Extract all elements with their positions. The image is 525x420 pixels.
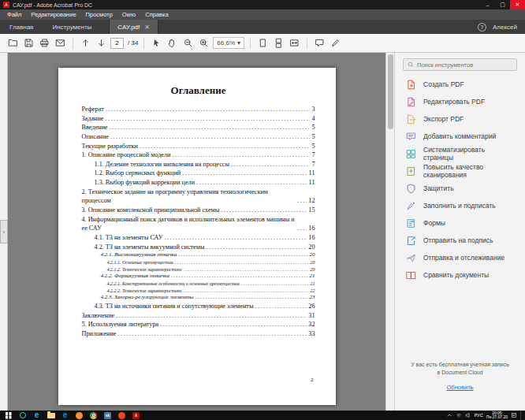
tool-protect[interactable]: Защитить [395, 180, 525, 197]
toc-page: 20 [308, 243, 315, 252]
leader: ........................................… [172, 151, 310, 160]
toc-page: 11 [309, 169, 315, 178]
taskbar-start-button[interactable] [2, 411, 15, 420]
language-indicator[interactable]: РУС [475, 413, 483, 418]
toc-entry: Введение................................… [82, 123, 315, 132]
taskbar-file-explorer-icon[interactable] [44, 411, 58, 420]
taskbar-acrobat-icon[interactable]: A [129, 411, 143, 420]
page-title: Оглавление [82, 84, 315, 97]
toc-entry: Реферат.................................… [82, 105, 315, 114]
create-pdf-icon [406, 80, 416, 90]
comment-icon[interactable] [313, 36, 326, 50]
tool-fill-sign[interactable]: Заполнить и подписать [395, 197, 525, 214]
next-page-icon[interactable] [95, 36, 108, 50]
maximize-icon[interactable]: ▢ [495, 0, 510, 9]
tool-create-pdf[interactable]: Создать PDF [395, 76, 525, 93]
toc-page: 32 [308, 320, 315, 329]
chrome-glyph [90, 412, 97, 419]
toc-entry: 1.2. Выбор сервисных функций............… [82, 169, 315, 178]
toc-entry: 4.1. ТЗ на элементы САУ.................… [82, 233, 315, 243]
tool-enhance[interactable]: Повысить качество сканирования [395, 162, 525, 180]
help-icon[interactable]: ? [478, 23, 486, 32]
tool-compare[interactable]: Сравнить документы [395, 266, 525, 284]
acrobat-window: A САУ.pdf - Adobe Acrobat Pro DC – ▢ ✕ Ф… [0, 0, 525, 420]
tool-forms[interactable]: Формы [395, 214, 525, 232]
toc-page: 15 [308, 206, 315, 215]
taskbar-yandex-icon[interactable] [115, 411, 128, 420]
save-icon[interactable] [22, 36, 35, 50]
document-cloud-text: У вас есть бесплатная учетная запись в D… [411, 361, 509, 377]
toc-entry: 1. Описание процессной модели...........… [82, 151, 315, 160]
previous-page-icon[interactable] [79, 36, 92, 50]
print-icon[interactable] [38, 36, 51, 50]
tools-search-input[interactable] [417, 61, 512, 69]
close-icon[interactable]: ✕ [510, 0, 525, 9]
toc-text: Описание [82, 132, 109, 142]
zoom-level-value: 66,6% [217, 39, 235, 46]
tools-search-box[interactable] [403, 58, 517, 71]
email-icon[interactable] [54, 36, 67, 50]
pencil-icon[interactable] [329, 36, 342, 50]
taskbar-vk-icon[interactable]: vk [101, 411, 114, 420]
taskbar-cortana-icon[interactable] [16, 411, 29, 420]
clock[interactable]: 20:05 Пн 27.07.20 [486, 411, 508, 420]
toc-page: 3 [311, 105, 315, 114]
taskbar-internet-explorer-icon[interactable]: e [58, 411, 72, 420]
show-desktop-button[interactable] [520, 411, 523, 420]
leader: ........................................… [160, 320, 307, 329]
taskbar-firefox-icon[interactable] [73, 411, 86, 420]
select-tool-icon[interactable] [150, 36, 163, 50]
menu-item[interactable]: Справка [140, 11, 173, 18]
toc-page: 4 [311, 114, 315, 124]
tool-edit-pdf[interactable]: Редактировать PDF [395, 93, 525, 110]
toc-page: 26 [308, 302, 315, 311]
minimize-icon[interactable]: – [480, 0, 495, 9]
open-file-icon[interactable] [6, 36, 20, 50]
menu-item[interactable]: Окно [117, 11, 140, 18]
page-number-input[interactable] [110, 38, 124, 49]
tab-tools[interactable]: Инструменты [43, 20, 101, 34]
toc-text: Заключение [82, 311, 115, 321]
tab-home[interactable]: Главная [0, 20, 43, 34]
internet-explorer-glyph: e [63, 411, 68, 419]
tab-close-icon[interactable]: ✕ [144, 24, 150, 31]
taskbar-chrome-icon[interactable] [87, 411, 100, 420]
toc-entry: 4.2.2. Форвакуумная откачка.............… [82, 273, 315, 281]
zoom-level-dropdown[interactable]: 66,6% ▾ [213, 37, 244, 49]
volume-icon[interactable] [465, 412, 471, 418]
menu-item[interactable]: Просмотр [81, 11, 117, 18]
yandex-glyph [118, 412, 125, 419]
vertical-scrollbar[interactable] [385, 53, 394, 411]
single-page-view-icon[interactable] [256, 36, 270, 50]
titlebar: A САУ.pdf - Adobe Acrobat Pro DC – ▢ ✕ [0, 0, 525, 9]
leader: ........................................… [241, 281, 309, 288]
continuous-scroll-icon[interactable] [272, 36, 285, 50]
tool-comment[interactable]: Добавить комментарий [395, 128, 525, 145]
wifi-icon[interactable] [456, 412, 462, 418]
toc-page: 21 [310, 273, 315, 281]
tool-export-pdf[interactable]: Экспорт PDF [395, 110, 525, 128]
toc-entry: Задание.................................… [82, 114, 315, 124]
leader: ........................................… [182, 169, 307, 178]
user-name[interactable]: Алексей [493, 24, 517, 31]
tool-send-track[interactable]: Отправка и отслеживание [395, 249, 525, 266]
scrollbar-thumb[interactable] [388, 54, 393, 129]
menu-item[interactable]: Редактирование [26, 11, 80, 18]
leader: ........................................… [175, 259, 309, 266]
menu-item[interactable]: Файл [2, 11, 26, 18]
hand-tool-icon[interactable] [166, 36, 179, 50]
expand-nav-pane-handle[interactable]: › [0, 220, 8, 243]
notification-center-icon[interactable] [511, 412, 517, 418]
zoom-in-icon[interactable] [197, 36, 210, 50]
content-area: › Оглавление Реферат....................… [0, 53, 525, 411]
taskbar-edge-icon[interactable]: e [30, 411, 43, 420]
fit-width-icon[interactable] [288, 36, 301, 50]
tool-send-sign[interactable]: Отправить на подпись [395, 232, 525, 249]
zoom-out-icon[interactable] [181, 36, 195, 50]
upgrade-link[interactable]: Обновить [447, 383, 474, 392]
tool-organize[interactable]: Систематизировать страницы [395, 145, 525, 162]
export-pdf-icon [406, 114, 416, 125]
leader: ........................................… [195, 294, 308, 302]
tray-chevron-up-icon[interactable] [446, 412, 452, 418]
tab-document[interactable]: САУ.pdf ✕ [109, 20, 158, 34]
